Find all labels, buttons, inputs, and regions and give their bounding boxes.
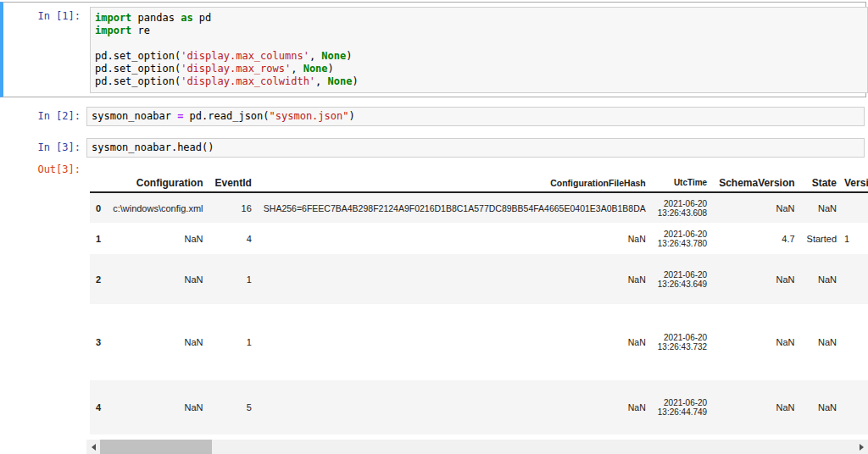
data-cell: 1	[209, 304, 258, 380]
column-header-configuration: Configuration	[107, 174, 209, 192]
data-cell: NaN	[258, 380, 652, 435]
data-cell: NaN	[801, 192, 843, 223]
code-line	[95, 37, 867, 50]
data-cell: 2021-06-20 13:26:44.749	[652, 380, 713, 435]
dataframe-output: ConfigurationEventIdConfigurationFileHas…	[90, 174, 868, 435]
output-prompt: Out[3]:	[0, 163, 81, 176]
table-row: 1NaN4NaN2021-06-20 13:26:43.7804.7Starte…	[90, 223, 868, 254]
dataframe-header: ConfigurationEventIdConfigurationFileHas…	[90, 174, 868, 192]
data-cell: NaN	[258, 223, 652, 254]
row-index: 0	[90, 192, 107, 223]
data-cell: c:\windows\config.xml	[107, 192, 209, 223]
data-cell: NaN	[713, 254, 800, 304]
code-line: pd.set_option('display.max_colwidth', No…	[95, 75, 867, 88]
row-index: 2	[90, 254, 107, 304]
index-column-header	[90, 174, 107, 192]
data-cell: NaN	[713, 192, 800, 223]
data-cell	[843, 192, 868, 223]
data-cell: 4	[209, 223, 258, 254]
scrollbar-left-arrow-icon	[92, 444, 96, 451]
code-line: import pandas as pd	[95, 12, 867, 25]
data-cell: NaN	[107, 223, 209, 254]
row-index: 4	[90, 380, 107, 435]
code-content-1: import pandas as pdimport re pd.set_opti…	[91, 8, 867, 92]
data-cell: 5	[209, 380, 258, 435]
table-row: 4NaN5NaN2021-06-20 13:26:44.749NaNNaN	[90, 380, 868, 435]
code-content-3: sysmon_noabar.head()	[87, 139, 864, 157]
horizontal-scrollbar[interactable]	[86, 440, 868, 454]
code-line: import re	[95, 25, 867, 37]
data-cell: NaN	[713, 304, 800, 380]
data-cell: NaN	[258, 304, 652, 380]
data-cell: 1	[843, 223, 868, 254]
column-header-version: Version	[843, 174, 868, 192]
code-cell-2[interactable]: In [2]: sysmon_noabar = pd.read_json("sy…	[0, 107, 868, 126]
scrollbar-right-button[interactable]	[854, 440, 868, 454]
code-line: pd.set_option('display.max_columns', Non…	[95, 50, 867, 63]
column-header-state: State	[801, 174, 843, 192]
data-cell	[843, 254, 868, 304]
data-cell: 2021-06-20 13:26:43.649	[652, 254, 713, 304]
code-editor-2[interactable]: sysmon_noabar = pd.read_json("sysmon.jso…	[86, 107, 865, 126]
scrollbar-right-arrow-icon	[860, 444, 864, 451]
input-prompt-3: In [3]:	[0, 138, 81, 158]
code-editor-1[interactable]: import pandas as pdimport re pd.set_opti…	[90, 7, 868, 93]
data-cell: 1	[209, 254, 258, 304]
column-header-eventid: EventId	[209, 174, 258, 192]
dataframe-table: ConfigurationEventIdConfigurationFileHas…	[90, 174, 868, 435]
table-row: 2NaN1NaN2021-06-20 13:26:43.649NaNNaN	[90, 254, 868, 304]
code-cell-1[interactable]: In [1]: import pandas as pdimport re pd.…	[0, 2, 866, 97]
data-cell: 2021-06-20 13:26:43.732	[652, 304, 713, 380]
code-editor-3[interactable]: sysmon_noabar.head()	[86, 138, 865, 158]
data-cell: Started	[801, 223, 843, 254]
table-row: 3NaN1NaN2021-06-20 13:26:43.732NaNNaN	[90, 304, 868, 380]
data-cell: NaN	[107, 380, 209, 435]
data-cell: 4.7	[713, 223, 800, 254]
data-cell: NaN	[107, 254, 209, 304]
data-cell: NaN	[713, 380, 800, 435]
data-cell: 2021-06-20 13:26:43.608	[652, 192, 713, 223]
code-line: sysmon_noabar.head()	[92, 139, 864, 157]
code-content-2: sysmon_noabar = pd.read_json("sysmon.jso…	[87, 108, 864, 125]
data-cell: NaN	[107, 304, 209, 380]
row-index: 1	[90, 223, 107, 254]
data-cell: NaN	[801, 254, 843, 304]
code-line: pd.set_option('display.max_rows', None)	[95, 63, 867, 75]
dataframe-body: 0c:\windows\config.xml16SHA256=6FEEC7BA4…	[90, 192, 868, 435]
data-cell: NaN	[801, 380, 843, 435]
data-cell	[843, 380, 868, 435]
scrollbar-left-button[interactable]	[86, 440, 100, 454]
data-cell: 2021-06-20 13:26:43.780	[652, 223, 713, 254]
code-line: sysmon_noabar = pd.read_json("sysmon.jso…	[92, 108, 864, 125]
column-header-schemaversion: SchemaVersion	[713, 174, 800, 192]
row-index: 3	[90, 304, 107, 380]
code-cell-3[interactable]: In [3]: sysmon_noabar.head()	[0, 138, 868, 158]
data-cell	[843, 304, 868, 380]
input-prompt-1: In [1]:	[0, 10, 81, 23]
table-row: 0c:\windows\config.xml16SHA256=6FEEC7BA4…	[90, 192, 868, 223]
column-header-configurationfilehash: ConfigurationFileHash	[258, 174, 652, 192]
input-prompt-2: In [2]:	[0, 107, 81, 126]
data-cell: 16	[209, 192, 258, 223]
scrollbar-thumb[interactable]	[100, 440, 212, 454]
column-header-utctime: UtcTime	[652, 174, 713, 192]
data-cell: NaN	[801, 304, 843, 380]
data-cell: NaN	[258, 254, 652, 304]
data-cell: SHA256=6FEEC7BA4B298F2124A9F0216D1B8C1A5…	[258, 192, 652, 223]
